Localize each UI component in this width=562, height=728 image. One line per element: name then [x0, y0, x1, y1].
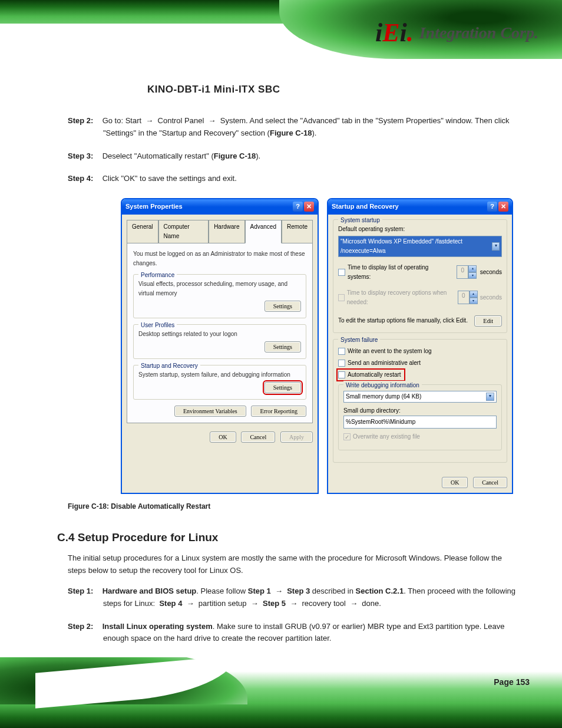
group-desc: Desktop settings related to your logon [138, 330, 301, 339]
linux-step-1: Step 1: Hardware and BIOS setup. Please … [68, 585, 515, 610]
step-number: Step 1: [68, 585, 100, 598]
step-number: Step 4: [68, 173, 100, 185]
env-variables-button[interactable]: Environment Variables [174, 406, 246, 417]
step-bold: Install Linux operating system [103, 622, 213, 631]
default-os-label: Default operating system: [338, 225, 502, 234]
edit-note: To edit the startup options file manuall… [338, 316, 468, 325]
titlebar[interactable]: System Properties ? ✕ [122, 199, 318, 215]
footer-band [0, 657, 562, 728]
ok-button[interactable]: OK [442, 477, 468, 488]
tab-general[interactable]: General [127, 220, 158, 243]
settings-button-userprofiles[interactable]: Settings [265, 341, 301, 353]
section-heading: C.4 Setup Procedure for Linux [57, 529, 515, 546]
tab-hardware[interactable]: Hardware [209, 220, 244, 243]
group-startup-recovery: Startup and Recovery System startup, sys… [133, 365, 306, 400]
title-text: System Properties [125, 202, 183, 212]
time-recovery-checkbox: Time to display recovery options when ne… [338, 288, 453, 307]
body-area: Step 2: Go to: Start → Control Panel → S… [68, 115, 515, 710]
screenshots-row: System Properties ? ✕ General Computer N… [121, 198, 515, 494]
send-alert-checkbox[interactable]: Send an administrative alert [338, 358, 502, 368]
chevron-down-icon[interactable]: ▾ [492, 242, 500, 251]
edit-button[interactable]: Edit [474, 315, 502, 327]
step-text: Deselect "Automatically restart" (Figure… [103, 151, 261, 160]
cancel-button[interactable]: Cancel [473, 477, 507, 488]
tab-computer-name[interactable]: Computer Name [158, 220, 209, 243]
chevron-down-icon[interactable]: ▾ [486, 393, 494, 401]
group-title: System startup [338, 216, 382, 225]
auto-restart-checkbox[interactable]: Automatically restart [338, 370, 404, 380]
group-title: Performance [138, 271, 177, 280]
page-number: Page 153 [494, 677, 530, 687]
overwrite-checkbox: ✓Overwrite any existing file [343, 432, 497, 442]
step-number: Step 3: [68, 150, 100, 163]
tab-advanced[interactable]: Advanced [245, 220, 282, 243]
tab-remote[interactable]: Remote [282, 220, 313, 243]
brand-logo: iEi. Integration Corp. [375, 18, 538, 48]
default-os-select[interactable]: "Microsoft Windows XP Embedded" /fastdet… [338, 236, 502, 257]
settings-button-performance[interactable]: Settings [265, 301, 301, 312]
logo-iei-icon: iEi. [375, 18, 414, 48]
step-text: Click "OK" to save the settings and exit… [103, 174, 237, 183]
group-system-failure: System failure Write an event to the sys… [333, 339, 507, 463]
dialog-buttons: OK Cancel [328, 473, 512, 493]
group-desc: Visual effects, processor scheduling, me… [138, 279, 301, 298]
small-dump-dir-input[interactable]: %SystemRoot%\Minidump [343, 416, 497, 429]
seconds-label: seconds [480, 268, 502, 277]
titlebar[interactable]: Startup and Recovery ? ✕ [328, 199, 512, 215]
default-os-value: "Microsoft Windows XP Embedded" /fastdet… [340, 237, 492, 256]
dump-select[interactable]: Small memory dump (64 KB) ▾ [343, 391, 497, 403]
step-4: Step 4: Click "OK" to save the settings … [68, 173, 515, 185]
system-properties-window: System Properties ? ✕ General Computer N… [121, 198, 319, 494]
seconds-label: seconds [480, 293, 502, 302]
group-system-startup: System startup Default operating system:… [333, 219, 507, 333]
group-user-profiles: User Profiles Desktop settings related t… [133, 324, 306, 359]
step-bold: Hardware and BIOS setup [103, 587, 197, 595]
ok-button[interactable]: OK [210, 431, 236, 443]
close-icon[interactable]: ✕ [498, 202, 508, 212]
tabs: General Computer Name Hardware Advanced … [127, 219, 313, 243]
step-2: Step 2: Go to: Start → Control Panel → S… [68, 115, 515, 140]
brand-text: Integration Corp. [419, 24, 538, 42]
tab-panel-advanced: You must be logged on as an Administrato… [127, 243, 313, 423]
time-list-spinner[interactable]: 0 ▴▾ [457, 265, 478, 279]
document-title: KINO-DBT-i1 Mini-ITX SBC [147, 84, 280, 95]
group-desc: System startup, system failure, and debu… [138, 370, 301, 380]
settings-button-startup-recovery[interactable]: Settings [265, 382, 301, 393]
help-icon[interactable]: ? [487, 202, 497, 212]
section-intro: The initial setup procedures for a Linux… [68, 552, 515, 577]
cancel-button[interactable]: Cancel [241, 431, 275, 443]
help-icon[interactable]: ? [293, 202, 303, 212]
apply-button[interactable]: Apply [280, 431, 313, 443]
dialog-buttons: OK Cancel Apply [122, 428, 318, 447]
group-title: System failure [338, 335, 380, 345]
group-title: Startup and Recovery [138, 361, 200, 371]
startup-recovery-window: Startup and Recovery ? ✕ System startup … [327, 198, 513, 494]
close-icon[interactable]: ✕ [304, 202, 314, 212]
linux-step-2: Step 2: Install Linux operating system. … [68, 621, 515, 645]
small-dump-dir-label: Small dump directory: [343, 406, 497, 416]
dump-value: Small memory dump (64 KB) [346, 392, 421, 401]
error-reporting-button[interactable]: Error Reporting [251, 406, 306, 417]
step-text: Go to: Start → Control Panel → System. A… [103, 116, 510, 137]
step-3: Step 3: Deselect "Automatically restart"… [68, 150, 515, 163]
write-event-checkbox[interactable]: Write an event to the system log [338, 347, 502, 356]
step-number: Step 2: [68, 621, 100, 633]
title-text: Startup and Recovery [332, 202, 399, 212]
group-title: User Profiles [138, 321, 177, 330]
time-recovery-spinner: 0 ▴▾ [458, 291, 478, 304]
group-performance: Performance Visual effects, processor sc… [133, 274, 306, 318]
step-number: Step 2: [68, 115, 100, 127]
header-band: iEi. Integration Corp. [0, 0, 562, 83]
group-write-debug: Write debugging information Small memory… [338, 384, 502, 450]
figure-label: Figure C-18: Disable Automatically Resta… [68, 501, 515, 512]
group-title: Write debugging information [343, 381, 422, 390]
time-list-checkbox[interactable]: Time to display list of operating system… [338, 263, 452, 282]
admin-notice: You must be logged on as an Administrato… [133, 249, 306, 268]
